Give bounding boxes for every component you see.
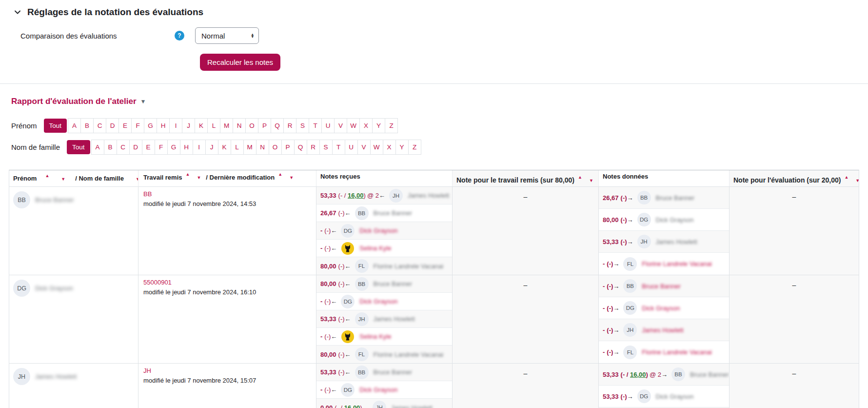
grade-max-link[interactable]: 16,00: [630, 371, 646, 378]
grade-score-link[interactable]: -: [603, 283, 605, 290]
sort-asc-icon[interactable]: ▲: [45, 173, 49, 178]
sort-desc-icon[interactable]: ▼: [289, 175, 294, 182]
collapse-section-icon[interactable]: [14, 8, 21, 16]
reviewer-name-link[interactable]: Dick Grayson: [642, 305, 680, 312]
reviewer-name-link[interactable]: Selina Kyle: [359, 333, 391, 340]
report-dropdown-caret-icon[interactable]: ▼: [140, 98, 146, 105]
grade-score-link[interactable]: -: [320, 298, 322, 305]
filter-letter-button[interactable]: Y: [395, 140, 409, 155]
grade-score-link[interactable]: 53,33: [320, 315, 336, 323]
reviewer-name-link[interactable]: Bruce Banner: [656, 194, 695, 202]
filter-letter-button[interactable]: P: [281, 140, 295, 155]
reviewer-name-link[interactable]: Dick Grayson: [359, 227, 397, 234]
filter-letter-button[interactable]: W: [347, 118, 360, 133]
filter-letter-button[interactable]: J: [205, 140, 218, 155]
filter-letter-button[interactable]: C: [93, 118, 106, 133]
filter-letter-button[interactable]: L: [207, 118, 220, 133]
filter-letter-button[interactable]: F: [155, 140, 168, 155]
sort-asc-icon[interactable]: ▲: [844, 175, 848, 180]
grade-score-link[interactable]: -: [603, 260, 605, 267]
grade-score-link[interactable]: -: [320, 386, 322, 393]
reviewer-name-link[interactable]: James Howlett: [642, 326, 683, 334]
grade-score-link[interactable]: 53,33: [603, 393, 619, 400]
filter-all-button[interactable]: Tout: [44, 119, 67, 133]
reviewer-name-link[interactable]: James Howlett: [374, 315, 415, 323]
reviewer-name-link[interactable]: Dick Grayson: [656, 393, 694, 400]
filter-letter-button[interactable]: J: [182, 118, 195, 133]
filter-letter-button[interactable]: B: [80, 118, 94, 133]
filter-letter-button[interactable]: U: [321, 118, 335, 133]
reviewer-name-link[interactable]: Bruce Banner: [374, 368, 413, 376]
submission-link[interactable]: JH: [143, 366, 151, 376]
filter-letter-button[interactable]: U: [345, 140, 358, 155]
filter-letter-button[interactable]: R: [283, 118, 296, 133]
filter-letter-button[interactable]: X: [383, 140, 396, 155]
sort-desc-icon[interactable]: ▼: [197, 175, 201, 182]
filter-letter-button[interactable]: D: [129, 140, 142, 155]
sort-asc-icon[interactable]: ▲: [186, 171, 190, 178]
grade-score-link[interactable]: -: [320, 227, 322, 234]
grade-score-link[interactable]: 53,33: [320, 368, 336, 376]
filter-letter-button[interactable]: I: [169, 118, 182, 133]
filter-letter-button[interactable]: E: [118, 118, 132, 133]
reviewer-name-link[interactable]: Florine Landrele Vacanai: [642, 348, 712, 356]
filter-letter-button[interactable]: M: [243, 140, 256, 155]
filter-letter-button[interactable]: D: [106, 118, 119, 133]
filter-letter-button[interactable]: N: [233, 118, 246, 133]
grade-max-link[interactable]: 16,00: [344, 404, 360, 408]
filter-all-button[interactable]: Tout: [67, 140, 90, 154]
sort-desc-icon[interactable]: ▼: [589, 178, 593, 183]
filter-letter-button[interactable]: R: [307, 140, 320, 155]
reviewer-name-link[interactable]: Selina Kyle: [359, 245, 391, 252]
filter-letter-button[interactable]: X: [359, 118, 373, 133]
reviewer-name-link[interactable]: Bruce Banner: [374, 209, 413, 217]
grade-score-link[interactable]: 80,00: [320, 351, 336, 358]
grade-score-link[interactable]: -: [603, 348, 605, 356]
filter-letter-button[interactable]: A: [68, 118, 81, 133]
filter-letter-button[interactable]: H: [157, 118, 170, 133]
filter-letter-button[interactable]: M: [220, 118, 233, 133]
reviewer-name-link[interactable]: James Howlett: [391, 404, 433, 408]
filter-letter-button[interactable]: S: [296, 118, 309, 133]
reviewer-name-link[interactable]: Bruce Banner: [642, 283, 681, 290]
filter-letter-button[interactable]: Z: [408, 140, 421, 155]
grade-score-link[interactable]: -: [320, 245, 322, 252]
filter-letter-button[interactable]: A: [91, 140, 104, 155]
submission-link[interactable]: BB: [143, 189, 152, 199]
sort-asc-icon[interactable]: ▲: [578, 175, 582, 180]
recalculate-button[interactable]: Recalculer les notes: [200, 54, 280, 71]
reviewer-name-link[interactable]: Dick Grayson: [656, 216, 694, 224]
filter-letter-button[interactable]: T: [332, 140, 345, 155]
filter-letter-button[interactable]: B: [104, 140, 117, 155]
filter-letter-button[interactable]: V: [357, 140, 371, 155]
filter-letter-button[interactable]: Y: [372, 118, 385, 133]
reviewer-name-link[interactable]: Bruce Banner: [690, 371, 729, 378]
reviewer-name-link[interactable]: Florine Landrele Vacanai: [374, 351, 444, 358]
reviewer-name-link[interactable]: Dick Grayson: [359, 386, 397, 393]
filter-letter-button[interactable]: S: [319, 140, 333, 155]
filter-letter-button[interactable]: G: [144, 118, 157, 133]
filter-letter-button[interactable]: G: [167, 140, 180, 155]
filter-letter-button[interactable]: K: [195, 118, 208, 133]
submission-link[interactable]: 55000901: [143, 278, 172, 287]
filter-letter-button[interactable]: T: [309, 118, 322, 133]
filter-letter-button[interactable]: Z: [385, 118, 398, 133]
filter-letter-button[interactable]: K: [218, 140, 231, 155]
reviewer-name-link[interactable]: James Howlett: [656, 238, 697, 245]
filter-letter-button[interactable]: Q: [294, 140, 307, 155]
filter-letter-button[interactable]: P: [258, 118, 271, 133]
grade-score-link[interactable]: -: [603, 305, 605, 312]
grade-max-link[interactable]: 16,00: [348, 192, 364, 199]
filter-letter-button[interactable]: O: [245, 118, 258, 133]
filter-letter-button[interactable]: V: [334, 118, 347, 133]
reviewer-name-link[interactable]: Florine Landrele Vacanai: [374, 263, 444, 270]
grade-score-link[interactable]: 53,33: [320, 192, 336, 199]
filter-letter-button[interactable]: C: [117, 140, 130, 155]
filter-letter-button[interactable]: I: [193, 140, 206, 155]
filter-letter-button[interactable]: F: [131, 118, 144, 133]
grade-score-link[interactable]: 26,67: [320, 209, 336, 217]
comparison-select[interactable]: Normal ▴▾: [195, 27, 259, 44]
filter-letter-button[interactable]: N: [256, 140, 269, 155]
filter-letter-button[interactable]: W: [370, 140, 383, 155]
filter-letter-button[interactable]: Q: [271, 118, 284, 133]
